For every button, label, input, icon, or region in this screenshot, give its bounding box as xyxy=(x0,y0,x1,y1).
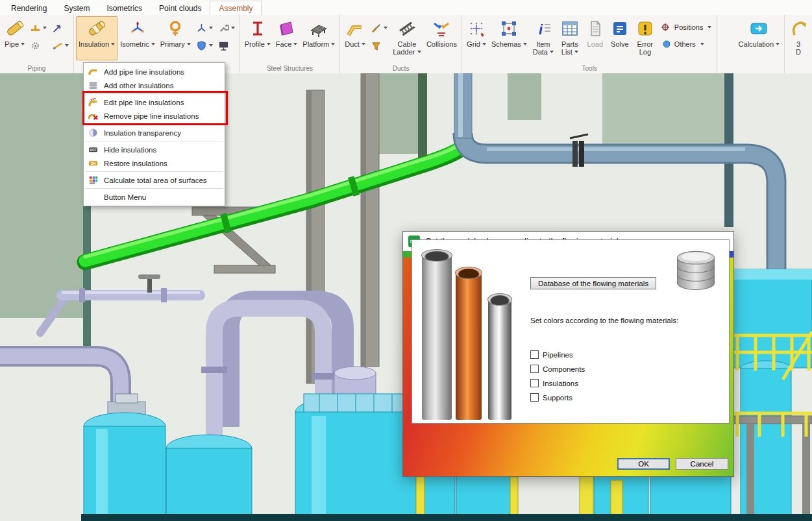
calculation-button[interactable]: Calculation xyxy=(736,16,782,60)
ribbon-group-steel: Profile Face Platform Steel Structures xyxy=(240,15,341,73)
checkbox-pipelines[interactable]: Pipelines xyxy=(530,350,573,359)
menu-item-insulation-transparency[interactable]: Insulation transparency xyxy=(84,126,225,139)
brush-button[interactable] xyxy=(369,20,389,36)
collisions-button[interactable]: Collisions xyxy=(424,16,460,60)
transparency-icon xyxy=(88,128,98,138)
tab-isometrics[interactable]: Isometrics xyxy=(98,1,151,15)
chevron-down-icon xyxy=(293,43,297,45)
duct-button[interactable]: Duct xyxy=(342,16,368,60)
checkbox-box[interactable] xyxy=(530,365,539,373)
checkbox-components[interactable]: Components xyxy=(530,364,585,374)
cable-ladder-button[interactable]: Cable Ladder xyxy=(390,16,424,60)
checkbox-box[interactable] xyxy=(530,393,539,402)
group-label-empty xyxy=(734,65,784,73)
primary-button[interactable]: Primary xyxy=(158,16,193,60)
menu-separator xyxy=(85,171,223,172)
database-button[interactable]: Database of the flowing materials xyxy=(530,277,656,289)
shield-button[interactable] xyxy=(195,38,214,53)
copper-pipe-image xyxy=(456,272,482,420)
primary-icon xyxy=(166,19,185,38)
pipe-slope-button[interactable] xyxy=(51,38,70,53)
insulation-button[interactable]: Insulation xyxy=(76,16,117,60)
tab-assembly[interactable]: Assembly xyxy=(210,1,262,16)
pipe-button[interactable]: Pipe xyxy=(2,16,27,60)
menu-separator xyxy=(85,93,223,94)
ribbon-group-3d: 3 D xyxy=(785,15,812,73)
arrow-icon xyxy=(52,23,63,34)
funnel-button[interactable] xyxy=(369,38,389,54)
no-icon xyxy=(88,192,98,202)
remove-insulation-icon xyxy=(88,111,98,121)
menu-tab-bar: Rendering System Isometrics Point clouds… xyxy=(0,0,812,16)
others-button[interactable]: Others xyxy=(659,37,714,51)
schemas-button[interactable]: Schemas xyxy=(489,16,530,60)
item-data-button[interactable]: i Item Data xyxy=(530,16,557,60)
ribbon-group-calculation: Calculation xyxy=(734,15,785,73)
solve-button[interactable]: Solve xyxy=(608,16,632,60)
pipe-opening xyxy=(455,267,482,279)
ribbon-group-ducts: Duct Cable Ladder Collisions Ducts xyxy=(340,15,462,73)
three-d-button[interactable]: 3 D xyxy=(787,16,810,60)
calculation-icon xyxy=(749,19,769,38)
wrench-button[interactable] xyxy=(217,20,236,36)
ribbon-group-tools: Grid Schemas i Item Data Parts List xyxy=(462,15,718,73)
svg-text:ON: ON xyxy=(90,162,95,165)
chevron-down-icon xyxy=(209,27,213,29)
menu-item-add-other-insulations[interactable]: Add other insulations xyxy=(84,79,225,92)
tab-rendering[interactable]: Rendering xyxy=(3,1,55,15)
platform-button[interactable]: Platform xyxy=(300,16,338,60)
load-button[interactable]: Load xyxy=(583,16,608,60)
menu-item-calculate-total-area[interactable]: Calculate total area of surfaces xyxy=(84,173,225,187)
chevron-down-icon xyxy=(574,51,578,53)
tab-system[interactable]: System xyxy=(55,1,98,15)
cancel-button[interactable]: Cancel xyxy=(676,458,728,470)
positions-button[interactable]: Positions xyxy=(659,20,714,34)
calculate-area-icon xyxy=(88,175,98,186)
slope-icon xyxy=(52,40,63,51)
chevron-down-icon xyxy=(151,43,155,45)
face-icon xyxy=(277,19,297,38)
parts-list-button[interactable]: Parts List xyxy=(557,16,583,60)
profile-button[interactable]: Profile xyxy=(242,16,273,60)
menu-item-edit-pipe-line-insulations[interactable]: Edit pipe line insulations xyxy=(84,95,225,109)
chevron-down-icon xyxy=(231,27,235,29)
checkbox-insulations[interactable]: Insulations xyxy=(530,378,578,388)
pipe-gear-button[interactable] xyxy=(29,38,48,53)
add-pipe-insulation-icon xyxy=(88,67,98,77)
instruction-text: Set colors according to the flowing mate… xyxy=(530,317,678,324)
insulation-small-buttons xyxy=(193,16,238,53)
menu-item-remove-pipe-line-insulations[interactable]: Remove pipe line insulations xyxy=(84,109,225,123)
pipe-arrow-button[interactable] xyxy=(51,20,70,36)
platform-icon xyxy=(309,19,328,38)
gear-icon xyxy=(30,40,41,51)
checkbox-box[interactable] xyxy=(530,350,539,359)
monitor-button[interactable] xyxy=(217,38,236,53)
menu-item-add-pipe-line-insulations[interactable]: Add pipe line insulations xyxy=(84,65,225,79)
parts-list-icon xyxy=(560,19,580,38)
axes-icon xyxy=(196,23,207,34)
flowing-materials-dialog: Plant Set the model colors according to … xyxy=(402,231,734,477)
axes-button[interactable] xyxy=(195,20,214,36)
on-badge-icon: ON xyxy=(88,158,98,169)
chevron-down-icon xyxy=(267,43,271,45)
checkbox-box[interactable] xyxy=(530,379,539,387)
load-icon xyxy=(585,19,605,38)
menu-separator xyxy=(85,188,223,189)
group-label-empty xyxy=(785,65,812,73)
menu-item-button-menu[interactable]: Button Menu xyxy=(84,190,225,204)
pipe-branch-button[interactable] xyxy=(29,20,48,36)
collisions-icon xyxy=(432,19,451,38)
group-label-tools: Tools xyxy=(462,65,717,73)
chevron-down-icon xyxy=(209,44,213,47)
menu-item-hide-insulations[interactable]: OFF Hide insulations xyxy=(84,143,225,156)
isometric-button[interactable]: Isometric xyxy=(117,16,158,60)
ok-button[interactable]: OK xyxy=(617,458,670,470)
tab-point-clouds[interactable]: Point clouds xyxy=(151,1,210,15)
checkbox-supports[interactable]: Supports xyxy=(530,393,572,402)
face-button[interactable]: Face xyxy=(273,16,300,60)
menu-item-restore-insulations[interactable]: ON Restore insulations xyxy=(84,156,225,170)
floor-edge xyxy=(81,514,812,521)
error-log-button[interactable]: Error Log xyxy=(632,16,658,60)
grid-button[interactable]: Grid xyxy=(464,16,489,60)
piping-small-buttons xyxy=(27,16,71,53)
